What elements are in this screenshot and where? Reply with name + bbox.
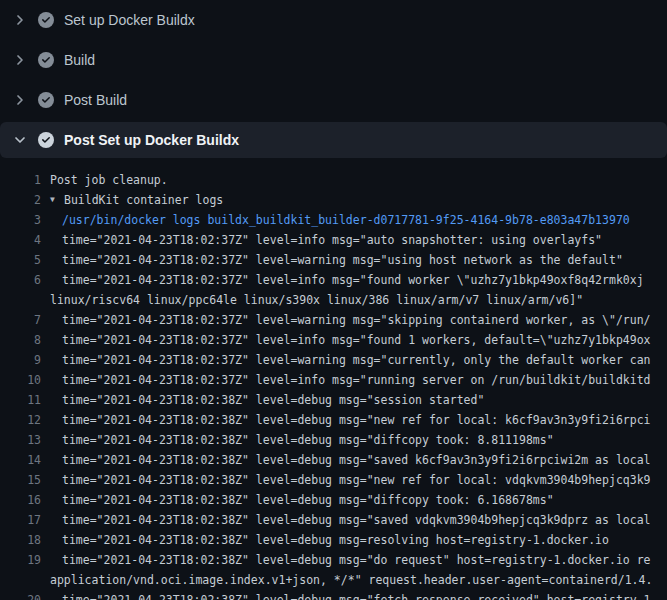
- step-post-set-up-docker-buildx[interactable]: Post Set up Docker Buildx: [0, 122, 667, 158]
- log-line: 20 time="2021-04-23T18:02:38Z" level=deb…: [0, 590, 667, 600]
- check-circle-icon: [38, 52, 54, 68]
- step-set-up-docker-buildx[interactable]: Set up Docker Buildx: [0, 0, 667, 40]
- actions-log-viewer: Set up Docker Buildx Build Post Build Po…: [0, 0, 667, 600]
- log-line-number[interactable]: 1: [0, 170, 41, 190]
- log-line-text: time="2021-04-23T18:02:38Z" level=debug …: [50, 430, 554, 450]
- log-line-number[interactable]: 11: [0, 390, 41, 410]
- log-line-text: time="2021-04-23T18:02:38Z" level=debug …: [50, 550, 651, 570]
- log-line-text: linux/riscv64 linux/ppc64le linux/s390x …: [50, 290, 583, 310]
- log-line-text: time="2021-04-23T18:02:37Z" level=info m…: [50, 330, 651, 350]
- log-line-text: time="2021-04-23T18:02:37Z" level=warnin…: [50, 310, 651, 330]
- step-label: Build: [64, 52, 95, 68]
- chevron-right-icon: [12, 12, 28, 28]
- log-line: 2 ▼BuildKit container logs: [0, 190, 667, 210]
- log-line-number[interactable]: 16: [0, 490, 41, 510]
- log-line: 19 time="2021-04-23T18:02:38Z" level=deb…: [0, 550, 667, 570]
- log-line-text: time="2021-04-23T18:02:38Z" level=debug …: [50, 490, 554, 510]
- step-label: Post Build: [64, 92, 127, 108]
- log-line: 9 time="2021-04-23T18:02:37Z" level=warn…: [0, 350, 667, 370]
- check-circle-icon: [38, 132, 54, 148]
- log-line: 11 time="2021-04-23T18:02:38Z" level=deb…: [0, 390, 667, 410]
- log-line: linux/riscv64 linux/ppc64le linux/s390x …: [0, 290, 667, 310]
- log-line-number[interactable]: 17: [0, 510, 41, 530]
- log-line-number[interactable]: 9: [0, 350, 41, 370]
- log-line-number[interactable]: 10: [0, 370, 41, 390]
- step-post-build[interactable]: Post Build: [0, 80, 667, 120]
- log-line-number[interactable]: 5: [0, 250, 41, 270]
- log-line-text: time="2021-04-23T18:02:37Z" level=warnin…: [50, 250, 623, 270]
- log-line: 17 time="2021-04-23T18:02:38Z" level=deb…: [0, 510, 667, 530]
- log-line: 6 time="2021-04-23T18:02:37Z" level=info…: [0, 270, 667, 290]
- log-line-number[interactable]: 6: [0, 270, 41, 290]
- log-line-text: time="2021-04-23T18:02:38Z" level=debug …: [50, 410, 651, 430]
- log-line-text: time="2021-04-23T18:02:37Z" level=info m…: [50, 270, 644, 290]
- chevron-right-icon: [12, 92, 28, 108]
- log-line: 4 time="2021-04-23T18:02:37Z" level=info…: [0, 230, 667, 250]
- log-line-number[interactable]: [0, 290, 41, 310]
- log-line-number[interactable]: 20: [0, 590, 41, 600]
- log-line-text: /usr/bin/docker logs buildx_buildkit_bui…: [50, 210, 630, 230]
- log-line-text: time="2021-04-23T18:02:38Z" level=debug …: [50, 590, 651, 600]
- log-line-text: Post job cleanup.: [50, 170, 168, 190]
- triangle-down-icon[interactable]: ▼: [50, 190, 60, 210]
- log-line-number[interactable]: 4: [0, 230, 41, 250]
- log-line: 3 /usr/bin/docker logs buildx_buildkit_b…: [0, 210, 667, 230]
- log-line-number[interactable]: 19: [0, 550, 41, 570]
- log-line: 18 time="2021-04-23T18:02:38Z" level=deb…: [0, 530, 667, 550]
- log-area: 1 Post job cleanup. 2 ▼BuildKit containe…: [0, 158, 667, 600]
- log-line: 15 time="2021-04-23T18:02:38Z" level=deb…: [0, 470, 667, 490]
- log-line-text: time="2021-04-23T18:02:38Z" level=debug …: [50, 530, 609, 550]
- log-line-number[interactable]: 8: [0, 330, 41, 350]
- step-build[interactable]: Build: [0, 40, 667, 80]
- log-line-number[interactable]: [0, 570, 41, 590]
- log-line-text: time="2021-04-23T18:02:37Z" level=info m…: [50, 230, 602, 250]
- log-line-text: time="2021-04-23T18:02:38Z" level=debug …: [50, 450, 651, 470]
- check-circle-icon: [38, 92, 54, 108]
- steps-list: Set up Docker Buildx Build Post Build Po…: [0, 0, 667, 158]
- log-line-number[interactable]: 2: [0, 190, 41, 210]
- log-line-text: time="2021-04-23T18:02:37Z" level=warnin…: [50, 350, 651, 370]
- log-line: 1 Post job cleanup.: [0, 170, 667, 190]
- log-line-number[interactable]: 14: [0, 450, 41, 470]
- log-line: 13 time="2021-04-23T18:02:38Z" level=deb…: [0, 430, 667, 450]
- log-line: application/vnd.oci.image.index.v1+json,…: [0, 570, 667, 590]
- log-line-number[interactable]: 12: [0, 410, 41, 430]
- chevron-right-icon: [12, 52, 28, 68]
- chevron-down-icon: [12, 132, 28, 148]
- log-line-text[interactable]: BuildKit container logs: [64, 190, 223, 210]
- check-circle-icon: [38, 12, 54, 28]
- log-line: 8 time="2021-04-23T18:02:37Z" level=info…: [0, 330, 667, 350]
- log-line-text: time="2021-04-23T18:02:37Z" level=info m…: [50, 370, 651, 390]
- log-line-number[interactable]: 13: [0, 430, 41, 450]
- log-line: 14 time="2021-04-23T18:02:38Z" level=deb…: [0, 450, 667, 470]
- log-line-text: time="2021-04-23T18:02:38Z" level=debug …: [50, 390, 484, 410]
- log-line: 7 time="2021-04-23T18:02:37Z" level=warn…: [0, 310, 667, 330]
- log-line-number[interactable]: 7: [0, 310, 41, 330]
- log-line-text: time="2021-04-23T18:02:38Z" level=debug …: [50, 510, 651, 530]
- log-line-text: application/vnd.oci.image.index.v1+json,…: [50, 570, 652, 590]
- log-line-text: time="2021-04-23T18:02:38Z" level=debug …: [50, 470, 651, 490]
- step-label: Post Set up Docker Buildx: [64, 132, 239, 148]
- log-line: 5 time="2021-04-23T18:02:37Z" level=warn…: [0, 250, 667, 270]
- step-label: Set up Docker Buildx: [64, 12, 195, 28]
- log-line: 10 time="2021-04-23T18:02:37Z" level=inf…: [0, 370, 667, 390]
- log-line: 16 time="2021-04-23T18:02:38Z" level=deb…: [0, 490, 667, 510]
- log-line-number[interactable]: 18: [0, 530, 41, 550]
- log-line: 12 time="2021-04-23T18:02:38Z" level=deb…: [0, 410, 667, 430]
- log-line-number[interactable]: 3: [0, 210, 41, 230]
- log-line-number[interactable]: 15: [0, 470, 41, 490]
